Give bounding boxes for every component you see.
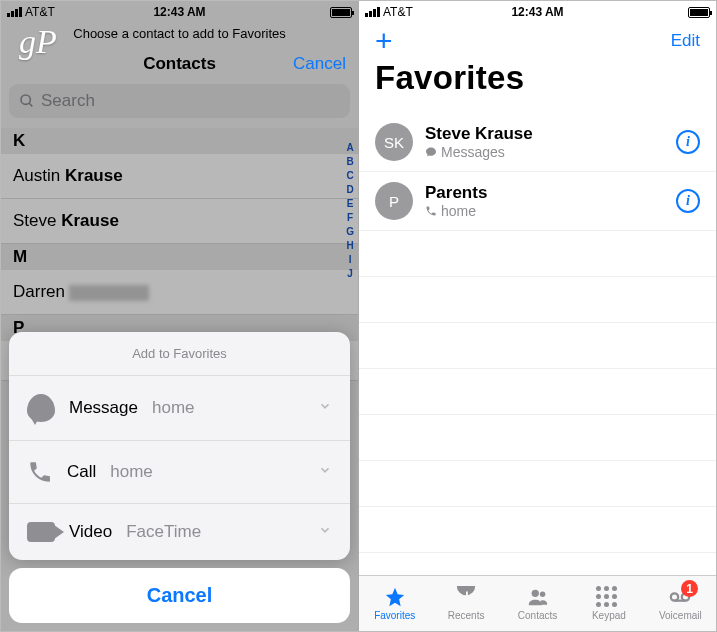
watermark: gP <box>19 23 57 61</box>
edit-button[interactable]: Edit <box>671 31 700 51</box>
action-call[interactable]: Call home <box>9 440 350 503</box>
search-icon <box>19 93 35 109</box>
list-item <box>359 231 716 277</box>
video-icon <box>27 522 55 542</box>
battery-icon <box>330 7 352 18</box>
section-header-m: M <box>1 244 358 270</box>
tab-favorites[interactable]: Favorites <box>359 576 430 631</box>
chevron-down-icon <box>318 462 332 482</box>
action-sheet: Add to Favorites Message home Call home … <box>9 332 350 623</box>
tab-bar: Favorites Recents Contacts Keypad 1 Voic… <box>359 575 716 631</box>
contact-row[interactable]: Darren <box>1 270 358 315</box>
tab-keypad[interactable]: Keypad <box>573 576 644 631</box>
search-input[interactable]: Search <box>9 84 350 118</box>
favorite-name: Parents <box>425 183 487 203</box>
action-sheet-title: Add to Favorites <box>9 332 350 375</box>
info-button[interactable]: i <box>676 130 700 154</box>
contacts-icon <box>525 586 551 608</box>
page-title: Favorites <box>359 57 716 113</box>
list-item <box>359 369 716 415</box>
list-item <box>359 415 716 461</box>
voicemail-badge: 1 <box>681 580 698 597</box>
chevron-down-icon <box>318 522 332 542</box>
left-screen: AT&T 12:43 AM Choose a contact to add to… <box>1 1 359 631</box>
favorite-name: Steve Krause <box>425 124 533 144</box>
carrier-label: AT&T <box>25 5 55 19</box>
svg-point-4 <box>539 592 545 598</box>
clock-icon <box>453 586 479 608</box>
search-placeholder: Search <box>41 91 95 111</box>
add-button[interactable]: + <box>375 31 393 51</box>
signal-icon <box>365 7 380 17</box>
signal-icon <box>7 7 22 17</box>
list-item <box>359 461 716 507</box>
favorite-row[interactable]: SK Steve Krause Messages i <box>359 113 716 172</box>
tab-recents[interactable]: Recents <box>430 576 501 631</box>
phone-icon <box>27 459 53 485</box>
contact-row[interactable]: Austin Krause <box>1 154 358 199</box>
svg-line-1 <box>29 103 32 106</box>
action-video[interactable]: Video FaceTime <box>9 503 350 560</box>
battery-icon <box>688 7 710 18</box>
tab-voicemail[interactable]: 1 Voicemail <box>645 576 716 631</box>
action-sheet-cancel-button[interactable]: Cancel <box>9 568 350 623</box>
contacts-cancel-button[interactable]: Cancel <box>293 54 346 74</box>
list-item <box>359 277 716 323</box>
keypad-icon <box>596 586 622 608</box>
message-icon <box>27 394 55 422</box>
status-bar: AT&T 12:43 AM <box>1 1 358 21</box>
star-icon <box>382 586 408 608</box>
action-message[interactable]: Message home <box>9 375 350 440</box>
message-icon <box>425 146 437 158</box>
right-screen: AT&T 12:43 AM + Edit Favorites SK Steve … <box>359 1 716 631</box>
svg-point-3 <box>531 590 538 597</box>
list-item <box>359 323 716 369</box>
favorite-row[interactable]: P Parents home i <box>359 172 716 231</box>
carrier-label: AT&T <box>383 5 413 19</box>
avatar: SK <box>375 123 413 161</box>
contact-row[interactable]: Steve Krause <box>1 199 358 244</box>
avatar: P <box>375 182 413 220</box>
tab-contacts[interactable]: Contacts <box>502 576 573 631</box>
section-header-k: K <box>1 128 358 154</box>
phone-icon <box>425 205 437 217</box>
svg-point-0 <box>21 95 30 104</box>
status-bar: AT&T 12:43 AM <box>359 1 716 21</box>
list-item <box>359 507 716 553</box>
redacted-text <box>69 285 149 301</box>
info-button[interactable]: i <box>676 189 700 213</box>
chevron-down-icon <box>318 398 332 418</box>
